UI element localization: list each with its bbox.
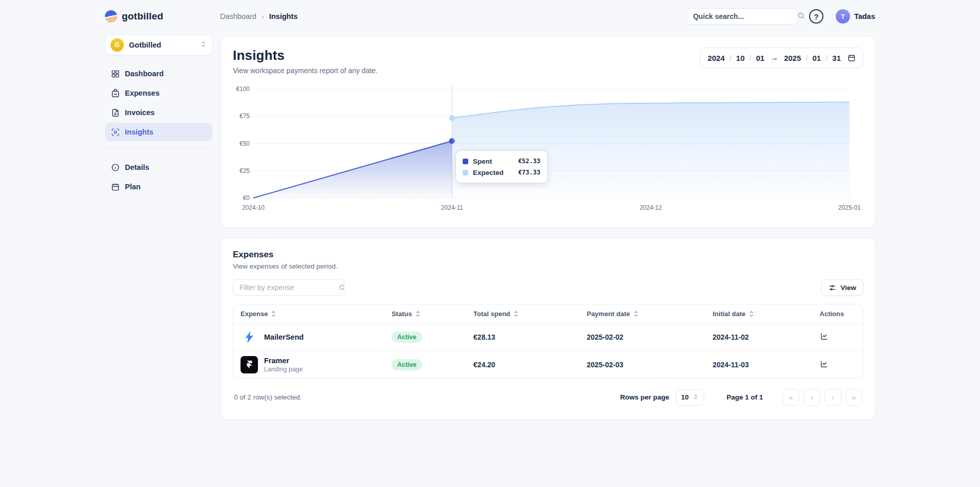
expenses-subtitle: View expenses of selected period. [233, 262, 863, 270]
total-spend-value: €24.20 [466, 361, 579, 369]
breadcrumb: Dashboard › Insights [220, 12, 298, 21]
expenses-title: Expenses [233, 250, 863, 260]
sidebar-item-details[interactable]: Details [105, 158, 212, 176]
svg-text:€0: €0 [243, 194, 250, 202]
sort-icon [749, 311, 754, 317]
breadcrumb-insights: Insights [269, 12, 298, 20]
filter-expense-input[interactable] [233, 283, 338, 292]
table-header-row: Expense Status Total spend Payment [233, 304, 863, 324]
svg-text:€75: €75 [239, 113, 250, 120]
column-header-total-spend[interactable]: Total spend [466, 310, 579, 318]
svg-text:€100: €100 [236, 85, 250, 93]
grid-icon [111, 70, 120, 78]
workspace-selector[interactable]: G Gotbilled [105, 35, 212, 55]
sidebar-divider [105, 148, 212, 149]
sort-icon [513, 311, 519, 317]
payment-date-value: 2025-02-03 [579, 361, 705, 369]
view-button[interactable]: View [821, 279, 863, 296]
sort-icon [271, 311, 276, 317]
sidebar-item-label: Invoices [125, 108, 155, 117]
chart-action-icon[interactable] [820, 360, 829, 368]
help-button[interactable]: ? [809, 9, 823, 24]
date-to-day[interactable]: 31 [832, 54, 841, 62]
workspace-name: Gotbilled [129, 41, 195, 49]
rows-per-page-select[interactable]: 10 [676, 389, 704, 406]
brand[interactable]: gotbilled [105, 10, 220, 23]
framer-logo-icon [241, 356, 258, 373]
chevrons-up-down-icon [693, 393, 699, 401]
date-to-month[interactable]: 01 [812, 54, 821, 62]
sidebar-item-label: Expenses [125, 89, 160, 97]
sidebar-item-plan[interactable]: Plan [105, 178, 212, 196]
sidebar-item-invoices[interactable]: Invoices [105, 103, 212, 122]
expenses-table: Expense Status Total spend Payment [233, 304, 863, 379]
column-header-status[interactable]: Status [384, 310, 466, 318]
date-to-year[interactable]: 2025 [784, 54, 801, 62]
sidebar-item-dashboard[interactable]: Dashboard [105, 64, 212, 83]
status-badge: Active [391, 331, 422, 343]
sidebar-item-expenses[interactable]: Expenses [105, 84, 212, 102]
chevrons-up-down-icon [200, 40, 207, 50]
svg-text:€25: €25 [239, 167, 250, 174]
quick-search-input[interactable] [693, 12, 793, 20]
column-header-initial-date[interactable]: Initial date [705, 310, 812, 318]
arrow-right-icon: → [769, 53, 779, 62]
status-badge: Active [391, 359, 422, 370]
first-page-button[interactable]: « [782, 389, 799, 406]
top-bar: gotbilled Dashboard › Insights ? T Tadas [105, 0, 875, 33]
date-range-picker[interactable]: 2024 / 10 / 01 → 2025 / 01 / 31 [700, 48, 863, 68]
user-menu[interactable]: T Tadas [836, 9, 875, 24]
expense-subtitle: Landing page [264, 366, 303, 373]
rows-selected-text: 0 of 2 row(s) selected. [234, 393, 620, 401]
quick-search[interactable] [686, 8, 798, 25]
expenses-card: Expenses View expenses of selected perio… [220, 238, 876, 419]
tooltip-label: Spent [473, 158, 514, 165]
table-row[interactable]: Framer Landing page Active €24.20 2025-0… [233, 351, 863, 378]
search-icon[interactable] [338, 282, 344, 293]
breadcrumb-dashboard[interactable]: Dashboard [220, 12, 256, 20]
next-page-button[interactable]: › [824, 389, 841, 406]
payment-date-value: 2025-02-02 [579, 333, 705, 341]
document-icon [111, 108, 120, 117]
rows-per-page-label: Rows per page [620, 393, 669, 401]
gotbilled-logo-icon [105, 10, 117, 23]
sidebar-item-label: Plan [125, 183, 141, 191]
svg-text:2024-11: 2024-11 [441, 204, 463, 211]
date-from-day[interactable]: 01 [756, 54, 765, 62]
scan-eye-icon [111, 128, 120, 137]
page-indicator: Page 1 of 1 [727, 393, 763, 401]
sort-icon [633, 311, 639, 317]
date-from-year[interactable]: 2024 [708, 54, 725, 62]
last-page-button[interactable]: » [845, 389, 862, 406]
sidebar-item-label: Dashboard [125, 70, 164, 78]
tooltip-value: €52.33 [518, 158, 540, 165]
workspace-avatar: G [111, 38, 124, 52]
mailersend-logo-icon [241, 328, 258, 346]
page-title: Insights [233, 48, 378, 63]
tooltip-value: €73.33 [518, 169, 540, 176]
column-header-payment-date[interactable]: Payment date [579, 310, 705, 318]
user-name: Tadas [854, 12, 875, 20]
brand-name: gotbilled [122, 11, 163, 22]
payments-chart[interactable]: €0€25€50€75€1002024-102024-112024-122025… [233, 84, 863, 218]
total-spend-value: €28.13 [466, 333, 579, 341]
table-row[interactable]: MailerSend Active €28.13 2025-02-02 2024… [233, 324, 863, 351]
column-header-expense[interactable]: Expense [233, 310, 384, 318]
calendar-icon [111, 183, 120, 191]
calendar-icon[interactable] [847, 54, 856, 62]
chart-action-icon[interactable] [820, 332, 829, 341]
sidebar-item-label: Details [125, 163, 149, 171]
spent-swatch-icon [463, 159, 468, 164]
info-icon [111, 163, 120, 172]
svg-text:2024-10: 2024-10 [242, 204, 265, 211]
sidebar-item-insights[interactable]: Insights [105, 123, 212, 141]
date-from-month[interactable]: 10 [736, 54, 745, 62]
avatar: T [836, 9, 850, 24]
shopping-bag-icon [111, 89, 120, 98]
filter-expense-field[interactable] [233, 279, 344, 296]
sidebar: G Gotbilled Dashboard Expenses [105, 33, 220, 196]
expected-swatch-icon [463, 170, 468, 175]
sidebar-item-label: Insights [125, 128, 154, 136]
initial-date-value: 2024-11-02 [705, 333, 812, 341]
previous-page-button[interactable]: ‹ [803, 389, 820, 406]
